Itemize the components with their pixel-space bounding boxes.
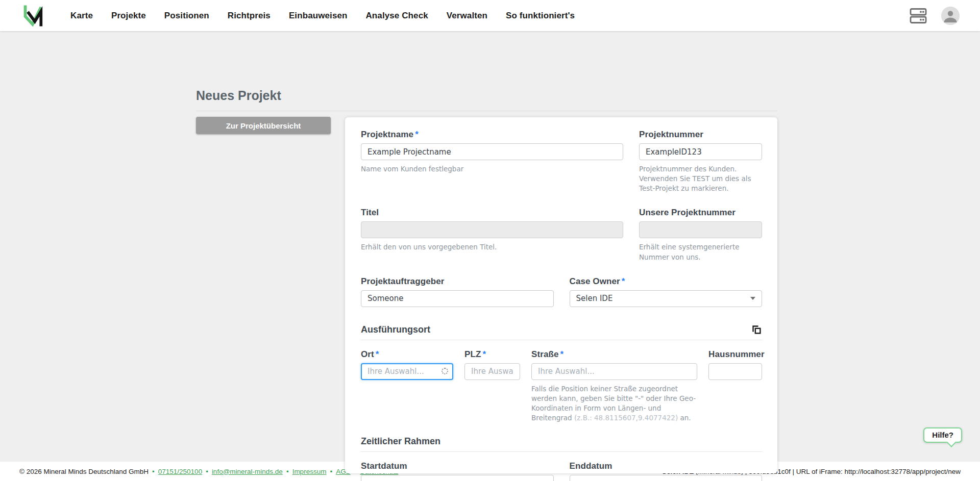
- main-nav: Karte Projekte Positionen Richtpreis Ein…: [70, 11, 575, 21]
- footer-separator: •: [152, 468, 155, 475]
- new-project-form: Projektname* Name vom Kunden festlegbar …: [345, 117, 777, 473]
- case-owner-select[interactable]: Selen IDE: [570, 290, 763, 307]
- zeitlicher-rahmen-heading: Zeitlicher Rahmen: [361, 436, 440, 447]
- page-title: Neues Projekt: [196, 88, 777, 103]
- nav-item-einbauweisen[interactable]: Einbauweisen: [289, 11, 348, 21]
- titel-label: Titel: [361, 208, 623, 218]
- nav-item-analyse-check[interactable]: Analyse Check: [365, 11, 428, 21]
- brand-logo[interactable]: [23, 5, 44, 27]
- titel-helper: Erhält den von uns vorgegebenen Titel.: [361, 242, 623, 252]
- footer-separator: •: [206, 468, 208, 475]
- projektauftraggeber-input[interactable]: [361, 290, 554, 307]
- header-actions: [910, 7, 960, 25]
- required-marker: *: [482, 349, 486, 359]
- footer-impressum-link[interactable]: Impressum: [292, 468, 327, 475]
- form-row-dates: Startdatum Enddatum: [361, 461, 762, 481]
- projektname-label: Projektname*: [361, 130, 623, 140]
- enddatum-input[interactable]: [570, 475, 763, 481]
- footer-separator: •: [330, 468, 332, 475]
- nav-item-so-funktionierts[interactable]: So funktioniert's: [506, 11, 575, 21]
- back-to-project-overview-button[interactable]: Zur Projektübersicht: [196, 117, 331, 134]
- plz-input[interactable]: [464, 363, 520, 380]
- required-marker: *: [622, 276, 625, 286]
- main-content: Neues Projekt Zur Projektübersicht Proje…: [0, 31, 980, 462]
- ausfuehrungsort-heading: Ausführungsort: [361, 324, 430, 335]
- hausnummer-input[interactable]: [708, 363, 762, 380]
- projektnummer-helper: Projektnummer des Kunden. Verwenden Sie …: [639, 164, 762, 193]
- case-owner-selected-value: Selen IDE: [576, 294, 613, 303]
- form-row-address: Ort* PLZ* Straße* Falls die Position kei…: [361, 349, 762, 423]
- zeitlicher-rahmen-section-header: Zeitlicher Rahmen: [361, 436, 762, 452]
- strasse-input[interactable]: [531, 363, 697, 380]
- copy-address-button[interactable]: [751, 324, 762, 335]
- hausnummer-label: Hausnummer: [708, 349, 762, 360]
- strasse-label: Straße*: [531, 349, 697, 360]
- footer-separator: •: [286, 468, 289, 475]
- required-marker: *: [415, 130, 419, 139]
- user-avatar-icon[interactable]: [941, 7, 960, 25]
- startdatum-input[interactable]: [361, 475, 554, 481]
- nav-item-richtpreis[interactable]: Richtpreis: [228, 11, 271, 21]
- strasse-helper: Falls die Position keiner Straße zugeord…: [531, 384, 697, 423]
- projektauftraggeber-label: Projektauftraggeber: [361, 276, 554, 287]
- projektname-input[interactable]: [361, 143, 623, 160]
- top-navbar: Karte Projekte Positionen Richtpreis Ein…: [0, 0, 980, 31]
- nav-item-projekte[interactable]: Projekte: [111, 11, 146, 21]
- nav-item-verwalten[interactable]: Verwalten: [447, 11, 487, 21]
- chevron-down-icon: [750, 297, 755, 300]
- required-marker: *: [560, 349, 564, 359]
- enddatum-label: Enddatum: [570, 461, 763, 471]
- nav-item-karte[interactable]: Karte: [70, 11, 93, 21]
- projektnummer-input[interactable]: [639, 143, 762, 160]
- help-button[interactable]: Hilfe?: [923, 427, 962, 443]
- form-row-titel-number: Titel Erhält den von uns vorgegebenen Ti…: [361, 208, 762, 262]
- form-row-name-number: Projektname* Name vom Kunden festlegbar …: [361, 130, 762, 193]
- footer-company-info: © 2026 Mineral Minds Deutschland GmbH • …: [19, 468, 398, 475]
- nav-item-positionen[interactable]: Positionen: [164, 11, 209, 21]
- unsere-projektnummer-label: Unsere Projektnummer: [639, 208, 762, 218]
- case-owner-label: Case Owner*: [570, 276, 763, 287]
- unsere-projektnummer-input: [639, 221, 762, 238]
- startdatum-label: Startdatum: [361, 461, 554, 471]
- server-icon[interactable]: [910, 7, 927, 25]
- projektnummer-label: Projektnummer: [639, 130, 762, 140]
- ort-input[interactable]: [361, 363, 453, 380]
- titel-input: [361, 221, 623, 238]
- footer-phone-link[interactable]: 07151/250100: [158, 468, 202, 475]
- form-row-owner: Projektauftraggeber Case Owner* Selen ID…: [361, 276, 762, 307]
- footer-copyright: © 2026 Mineral Minds Deutschland GmbH: [19, 468, 149, 475]
- footer-email-link[interactable]: info@mineral-minds.de: [212, 468, 283, 475]
- unsere-projektnummer-helper: Erhält eine systemgenerierte Nummer von …: [639, 242, 762, 262]
- required-marker: *: [376, 349, 379, 359]
- ausfuehrungsort-section-header: Ausführungsort: [361, 324, 762, 340]
- ort-label: Ort*: [361, 349, 453, 360]
- logo-mark-icon: [23, 5, 44, 27]
- plz-label: PLZ*: [464, 349, 520, 360]
- copy-icon: [751, 324, 762, 335]
- projektname-helper: Name vom Kunden festlegbar: [361, 164, 623, 174]
- page-title-block: Neues Projekt: [196, 88, 777, 111]
